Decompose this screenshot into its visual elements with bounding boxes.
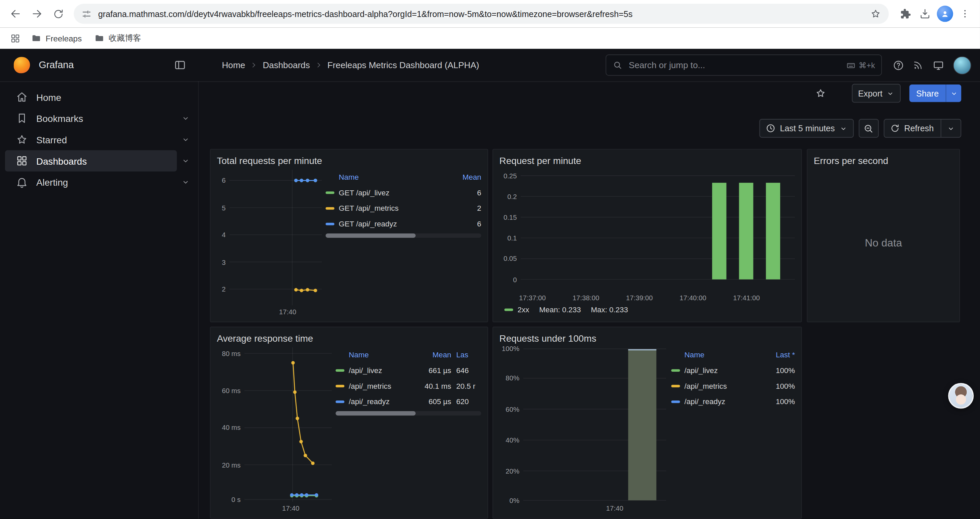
- browser-toolbar: grafana.mathmast.com/d/deytv4rwavabkb/fr…: [0, 0, 980, 27]
- chevron-down-icon[interactable]: [177, 110, 194, 127]
- favorite-star-icon[interactable]: [812, 85, 829, 102]
- chevron-down-icon[interactable]: [177, 131, 194, 148]
- sidebar-item-alerting[interactable]: Alerting: [5, 171, 177, 193]
- apps-grid-icon[interactable]: [6, 28, 24, 48]
- back-button[interactable]: [5, 3, 26, 24]
- series-name[interactable]: /api/_readyz: [349, 397, 415, 406]
- legend-col-name[interactable]: Name: [336, 350, 415, 359]
- reload-button[interactable]: [48, 3, 69, 24]
- legend-row[interactable]: /api/_metrics 100%: [671, 378, 795, 394]
- search-box[interactable]: ⌘+k: [606, 54, 882, 76]
- time-controls: Last 5 minutes Refresh: [759, 119, 961, 137]
- site-settings-icon[interactable]: [81, 8, 92, 19]
- series-name[interactable]: /api/_livez: [684, 366, 765, 374]
- legend-table: Name Mean GET /api/_livez 6 GET /api/_me…: [326, 170, 481, 316]
- chevron-down-icon[interactable]: [177, 173, 194, 191]
- legend-col-name[interactable]: Name: [671, 350, 765, 359]
- browser-menu-icon[interactable]: [955, 4, 975, 24]
- legend-row[interactable]: /api/_readyz 100%: [671, 394, 795, 409]
- series-name[interactable]: 2xx: [517, 305, 529, 314]
- sidebar-item-home[interactable]: Home: [5, 86, 194, 108]
- panel-title[interactable]: Request per minute: [500, 153, 795, 170]
- zoom-out-button[interactable]: [859, 119, 878, 137]
- bookmark-star-icon[interactable]: [870, 8, 881, 19]
- series-last: 100%: [765, 397, 795, 406]
- series-name[interactable]: /api/_metrics: [349, 382, 415, 390]
- refresh-interval-chevron[interactable]: [947, 124, 955, 132]
- bookmark-folder-blogs[interactable]: 收藏博客: [89, 30, 146, 46]
- refresh-button[interactable]: Refresh: [884, 119, 961, 137]
- legend-col-last[interactable]: Last *: [765, 350, 795, 359]
- sidebar-item-bookmarks[interactable]: Bookmarks: [5, 107, 177, 129]
- legend-row[interactable]: /api/_livez 661 µs 646: [336, 363, 481, 378]
- grafana-body: Home Bookmarks Starred: [0, 81, 980, 519]
- breadcrumb-home[interactable]: Home: [222, 60, 245, 70]
- legend-row[interactable]: /api/_readyz 605 µs 620: [336, 394, 481, 409]
- grafana-logo[interactable]: [14, 57, 30, 73]
- y-tick-label: 5: [222, 204, 226, 211]
- display-icon[interactable]: [928, 55, 948, 75]
- y-tick-label: 40 ms: [222, 424, 240, 431]
- export-button[interactable]: Export: [852, 84, 900, 102]
- sidebar-toggle-icon[interactable]: [170, 55, 190, 75]
- chevron-down-icon[interactable]: [177, 152, 194, 169]
- bookmark-folder-freeleaps[interactable]: Freeleaps: [26, 30, 87, 46]
- series-mean: 40.1 ms: [415, 382, 451, 390]
- chart-plot: [245, 347, 332, 502]
- search-shortcut: ⌘+k: [846, 61, 875, 70]
- legend-col-mean[interactable]: Mean: [415, 350, 451, 359]
- url-text: grafana.mathmast.com/d/deytv4rwavabkb/fr…: [98, 9, 864, 18]
- panel-title[interactable]: Errors per second: [814, 153, 953, 170]
- chevron-right-icon: [250, 61, 258, 69]
- extensions-icon[interactable]: [895, 4, 915, 24]
- search-icon: [612, 60, 622, 70]
- legend-col-mean[interactable]: Mean: [453, 172, 481, 181]
- forward-button[interactable]: [26, 3, 48, 24]
- downloads-icon[interactable]: [915, 4, 935, 24]
- bell-icon: [16, 176, 28, 188]
- series-name[interactable]: GET /api/_readyz: [339, 219, 453, 228]
- help-icon[interactable]: [888, 55, 908, 75]
- share-menu-chevron[interactable]: [946, 85, 961, 102]
- legend-col-last[interactable]: Las: [451, 350, 481, 359]
- brand: Grafana: [0, 55, 199, 75]
- legend-row[interactable]: GET /api/_metrics 2: [326, 200, 481, 216]
- series-name[interactable]: /api/_metrics: [684, 382, 765, 390]
- legend-item[interactable]: 2xx: [504, 305, 529, 314]
- legend-row[interactable]: GET /api/_readyz 6: [326, 216, 481, 232]
- x-tick-label: 17:39:00: [626, 294, 653, 302]
- panel-title[interactable]: Requests under 100ms: [500, 331, 795, 347]
- legend-row[interactable]: GET /api/_livez 6: [326, 185, 481, 200]
- sidebar-item-dashboards[interactable]: Dashboards: [5, 150, 177, 172]
- sidebar-item-starred[interactable]: Starred: [5, 129, 177, 150]
- sidebar: Home Bookmarks Starred: [0, 81, 199, 519]
- series-color-dash: [336, 385, 344, 387]
- legend-row[interactable]: /api/_livez 100%: [671, 363, 795, 378]
- series-name[interactable]: GET /api/_livez: [339, 188, 453, 197]
- share-button[interactable]: Share: [909, 85, 961, 102]
- series-name[interactable]: /api/_livez: [349, 366, 415, 374]
- series-name[interactable]: GET /api/_metrics: [339, 204, 453, 212]
- time-range-picker[interactable]: Last 5 minutes: [759, 119, 854, 137]
- legend-scrollbar[interactable]: [336, 411, 481, 415]
- panel-title[interactable]: Total requests per minute: [217, 153, 481, 170]
- profile-avatar[interactable]: [935, 4, 955, 24]
- series-name[interactable]: /api/_readyz: [684, 397, 765, 406]
- panel-title[interactable]: Average response time: [217, 331, 481, 347]
- url-bar[interactable]: grafana.mathmast.com/d/deytv4rwavabkb/fr…: [74, 4, 889, 24]
- y-axis: 0.250.20.150.10.050: [500, 170, 521, 292]
- legend-col-name[interactable]: Name: [326, 172, 452, 181]
- news-rss-icon[interactable]: [908, 55, 928, 75]
- dashboards-grid-icon: [16, 155, 28, 167]
- share-label: Share: [909, 85, 946, 102]
- legend-scrollbar[interactable]: [326, 233, 481, 238]
- bookmark-label: Freeleaps: [46, 34, 82, 43]
- y-tick-label: 4: [222, 231, 226, 238]
- legend-row[interactable]: /api/_metrics 40.1 ms 20.5 r: [336, 378, 481, 394]
- floating-assistant-avatar[interactable]: [948, 383, 974, 409]
- search-input[interactable]: [627, 59, 841, 71]
- folder-icon: [31, 33, 41, 43]
- breadcrumb-dashboards[interactable]: Dashboards: [263, 60, 310, 70]
- user-avatar[interactable]: [953, 56, 971, 74]
- legend-inline: 2xx Mean: 0.233 Max: 0.233: [500, 303, 795, 316]
